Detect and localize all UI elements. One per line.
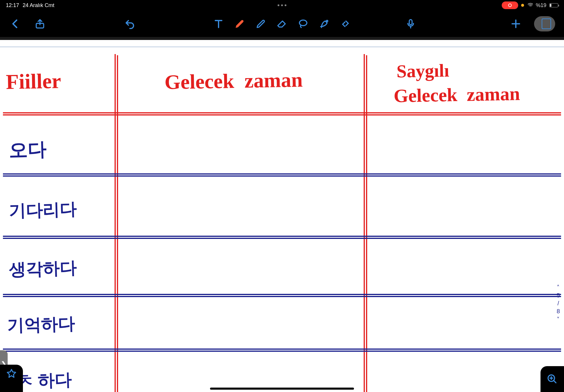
- home-indicator[interactable]: [210, 388, 354, 390]
- table-row-line: [3, 294, 561, 295]
- table-row: ㅊ 하다: [16, 368, 72, 392]
- shape-tool[interactable]: [318, 17, 331, 30]
- page-total: 8: [557, 308, 560, 315]
- note-canvas[interactable]: Fiiller Gelecek zaman Saygılı Gelecek za…: [0, 37, 564, 392]
- table-column-line: [115, 54, 116, 392]
- screen-record-indicator[interactable]: [502, 1, 518, 9]
- text-tool[interactable]: [212, 17, 225, 30]
- dot-icon: [278, 4, 279, 6]
- mic-active-dot-icon: [521, 4, 524, 7]
- pages-button[interactable]: [534, 16, 555, 31]
- clock: 12:17: [6, 2, 19, 9]
- status-left: 12:17 24 Aralık Cmt: [6, 2, 54, 9]
- page-sep: /: [558, 300, 559, 307]
- status-right: %19: [502, 1, 558, 9]
- undo-button[interactable]: [123, 17, 136, 30]
- table-column-line: [366, 55, 367, 392]
- battery-icon: [549, 3, 558, 7]
- table-row: 오다: [9, 136, 47, 163]
- table-column-line: [364, 54, 365, 392]
- back-button[interactable]: [9, 17, 22, 30]
- wifi-icon: [527, 2, 533, 9]
- pen-tool[interactable]: [233, 17, 246, 30]
- table-row: 기억하다: [7, 312, 75, 337]
- svg-rect-3: [409, 20, 412, 25]
- mic-button[interactable]: [404, 17, 417, 30]
- status-bar: 12:17 24 Aralık Cmt %19: [0, 0, 564, 11]
- svg-marker-4: [7, 369, 16, 377]
- eraser-tool[interactable]: [276, 17, 288, 30]
- zoom-button[interactable]: [540, 366, 564, 392]
- dot-icon: [285, 4, 286, 6]
- multitask-dots[interactable]: [278, 4, 286, 6]
- table-header-col1: Fiiller: [6, 69, 61, 94]
- share-button[interactable]: [33, 17, 46, 30]
- table-header-col3-line1: Saygılı: [396, 60, 449, 82]
- highlighter-tool[interactable]: [254, 17, 267, 30]
- table-row-line: [3, 296, 561, 297]
- chevron-down-icon[interactable]: ˅: [557, 316, 560, 323]
- favorites-tab[interactable]: [0, 365, 23, 392]
- table-row-line: [3, 236, 561, 237]
- table-column-line: [117, 55, 118, 392]
- link-tool[interactable]: [339, 17, 352, 30]
- svg-point-2: [326, 20, 328, 22]
- tool-palette: [212, 17, 352, 30]
- paper[interactable]: Fiiller Gelecek zaman Saygılı Gelecek za…: [0, 40, 564, 392]
- table-row-line: [3, 349, 561, 350]
- table-row: 생각하다: [9, 257, 77, 281]
- table-row-line: [3, 238, 561, 239]
- table-row: 기다리다: [9, 198, 77, 222]
- lasso-tool[interactable]: [297, 17, 310, 30]
- table-header-line: [3, 114, 561, 115]
- page-current: 5: [557, 292, 560, 299]
- table-header-col3-line2: Gelecek zaman: [393, 83, 520, 107]
- dot-icon: [281, 4, 283, 6]
- chevron-up-icon[interactable]: ˄: [557, 284, 560, 291]
- app-toolbar: [0, 11, 564, 37]
- table-row-line: [3, 175, 561, 177]
- table-row-line: [3, 173, 561, 175]
- table-header-col2: Gelecek zaman: [164, 68, 303, 94]
- date: 24 Aralık Cmt: [23, 2, 54, 9]
- table-row-line: [3, 351, 561, 352]
- battery-percent: %19: [536, 2, 546, 9]
- add-button[interactable]: [509, 17, 522, 30]
- star-icon: [6, 368, 16, 378]
- zoom-in-icon: [547, 373, 558, 385]
- record-icon: [508, 4, 512, 7]
- page-navigator[interactable]: ˄ 5 / 8 ˅: [557, 284, 560, 323]
- table-header-line: [3, 112, 561, 113]
